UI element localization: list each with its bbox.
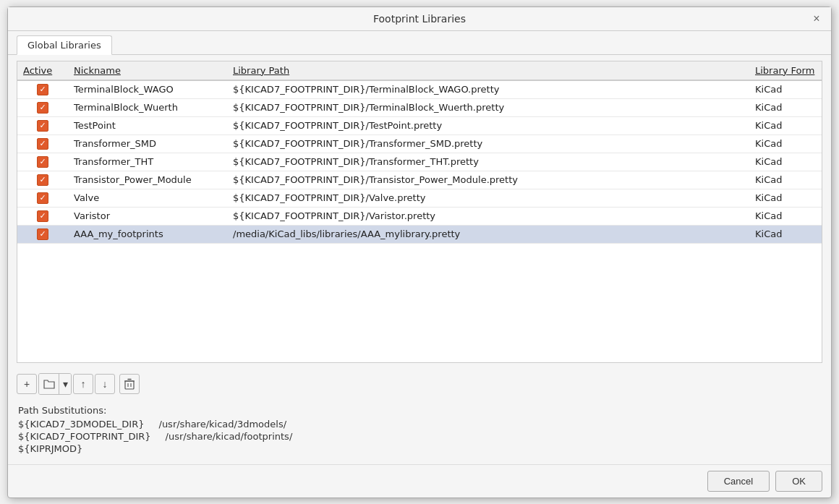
table-row[interactable]: TerminalBlock_WAGO${KICAD7_FOOTPRINT_DIR… bbox=[17, 80, 822, 99]
nickname-cell-7: Varistor bbox=[68, 207, 227, 225]
format-cell-4: KiCad bbox=[749, 153, 822, 171]
table-row[interactable]: Valve${KICAD7_FOOTPRINT_DIR}/Valve.prett… bbox=[17, 189, 822, 207]
checkbox-6[interactable] bbox=[37, 192, 48, 204]
table-row[interactable]: TerminalBlock_Wuerth${KICAD7_FOOTPRINT_D… bbox=[17, 98, 822, 116]
table-row[interactable]: Transformer_THT${KICAD7_FOOTPRINT_DIR}/T… bbox=[17, 153, 822, 171]
format-cell-2: KiCad bbox=[749, 116, 822, 134]
move-up-button[interactable]: ↑ bbox=[73, 374, 93, 394]
active-cell-5 bbox=[17, 171, 68, 189]
active-cell-1 bbox=[17, 98, 68, 116]
library-table-body: TerminalBlock_WAGO${KICAD7_FOOTPRINT_DIR… bbox=[17, 80, 822, 244]
checkbox-3[interactable] bbox=[37, 138, 48, 150]
table-row[interactable]: Transistor_Power_Module${KICAD7_FOOTPRIN… bbox=[17, 171, 822, 189]
format-cell-3: KiCad bbox=[749, 134, 822, 153]
path-var-0: ${KICAD7_3DMODEL_DIR} bbox=[18, 419, 145, 430]
nickname-cell-5: Transistor_Power_Module bbox=[68, 171, 227, 189]
format-cell-6: KiCad bbox=[749, 189, 822, 207]
path-cell-0: ${KICAD7_FOOTPRINT_DIR}/TerminalBlock_WA… bbox=[227, 80, 749, 99]
cancel-button[interactable]: Cancel bbox=[707, 471, 770, 492]
dialog-buttons: Cancel OK bbox=[8, 464, 831, 497]
nickname-cell-1: TerminalBlock_Wuerth bbox=[68, 98, 227, 116]
path-substitutions-title: Path Substitutions: bbox=[18, 405, 821, 416]
table-row[interactable]: Transformer_SMD${KICAD7_FOOTPRINT_DIR}/T… bbox=[17, 134, 822, 153]
table-row[interactable]: TestPoint${KICAD7_FOOTPRINT_DIR}/TestPoi… bbox=[17, 116, 822, 134]
col-header-format[interactable]: Library Form bbox=[749, 61, 822, 80]
col-header-nickname[interactable]: Nickname bbox=[68, 61, 227, 80]
path-var-1: ${KICAD7_FOOTPRINT_DIR} bbox=[18, 431, 151, 442]
tab-bar: Global Libraries bbox=[8, 31, 831, 55]
nickname-cell-2: TestPoint bbox=[68, 116, 227, 134]
path-val-0: /usr/share/kicad/3dmodels/ bbox=[159, 419, 287, 430]
svg-rect-0 bbox=[125, 381, 134, 389]
nickname-cell-8: AAA_my_footprints bbox=[68, 225, 227, 243]
nickname-cell-0: TerminalBlock_WAGO bbox=[68, 80, 227, 99]
path-substitutions-section: Path Substitutions: ${KICAD7_3DMODEL_DIR… bbox=[8, 399, 831, 464]
path-cell-1: ${KICAD7_FOOTPRINT_DIR}/TerminalBlock_Wu… bbox=[227, 98, 749, 116]
format-cell-1: KiCad bbox=[749, 98, 822, 116]
nickname-cell-4: Transformer_THT bbox=[68, 153, 227, 171]
toolbar: + ▾ ↑ ↓ bbox=[8, 369, 831, 399]
close-button[interactable]: × bbox=[809, 12, 824, 26]
table-row[interactable]: AAA_my_footprints/media/KiCad_libs/libra… bbox=[17, 225, 822, 243]
checkbox-0[interactable] bbox=[37, 84, 48, 95]
table-row[interactable]: Varistor${KICAD7_FOOTPRINT_DIR}/Varistor… bbox=[17, 207, 822, 225]
path-substitutions-list: ${KICAD7_3DMODEL_DIR}/usr/share/kicad/3d… bbox=[18, 419, 821, 454]
active-cell-3 bbox=[17, 134, 68, 153]
path-cell-2: ${KICAD7_FOOTPRINT_DIR}/TestPoint.pretty bbox=[227, 116, 749, 134]
table-header-row: Active Nickname Library Path Library For… bbox=[17, 61, 822, 80]
checkbox-1[interactable] bbox=[37, 102, 48, 114]
active-cell-0 bbox=[17, 80, 68, 99]
dialog-title: Footprint Libraries bbox=[373, 13, 466, 25]
format-cell-5: KiCad bbox=[749, 171, 822, 189]
path-cell-6: ${KICAD7_FOOTPRINT_DIR}/Valve.pretty bbox=[227, 189, 749, 207]
col-header-active[interactable]: Active bbox=[17, 61, 68, 80]
checkbox-2[interactable] bbox=[37, 120, 48, 132]
active-cell-2 bbox=[17, 116, 68, 134]
active-cell-6 bbox=[17, 189, 68, 207]
path-cell-4: ${KICAD7_FOOTPRINT_DIR}/Transformer_THT.… bbox=[227, 153, 749, 171]
format-cell-8: KiCad bbox=[749, 225, 822, 243]
path-cell-3: ${KICAD7_FOOTPRINT_DIR}/Transformer_SMD.… bbox=[227, 134, 749, 153]
library-table-container: Active Nickname Library Path Library For… bbox=[17, 61, 822, 363]
path-substitution-item-0: ${KICAD7_3DMODEL_DIR}/usr/share/kicad/3d… bbox=[18, 419, 821, 430]
nickname-cell-6: Valve bbox=[68, 189, 227, 207]
footprint-libraries-dialog: Footprint Libraries × Global Libraries A… bbox=[7, 7, 832, 498]
folder-dropdown-button[interactable]: ▾ bbox=[59, 374, 71, 394]
format-cell-0: KiCad bbox=[749, 80, 822, 99]
library-table: Active Nickname Library Path Library For… bbox=[17, 61, 822, 244]
nickname-cell-3: Transformer_SMD bbox=[68, 134, 227, 153]
path-substitution-item-2: ${KIPRJMOD} bbox=[18, 443, 821, 454]
checkbox-4[interactable] bbox=[37, 156, 48, 168]
active-cell-8 bbox=[17, 225, 68, 243]
active-cell-4 bbox=[17, 153, 68, 171]
col-header-path[interactable]: Library Path bbox=[227, 61, 749, 80]
path-cell-8: /media/KiCad_libs/libraries/AAA_mylibrar… bbox=[227, 225, 749, 243]
title-bar: Footprint Libraries × bbox=[8, 7, 831, 31]
path-substitution-item-1: ${KICAD7_FOOTPRINT_DIR}/usr/share/kicad/… bbox=[18, 431, 821, 442]
format-cell-7: KiCad bbox=[749, 207, 822, 225]
add-button[interactable]: + bbox=[17, 374, 37, 394]
checkbox-5[interactable] bbox=[37, 174, 48, 186]
folder-button[interactable] bbox=[39, 374, 59, 394]
path-cell-7: ${KICAD7_FOOTPRINT_DIR}/Varistor.pretty bbox=[227, 207, 749, 225]
active-cell-7 bbox=[17, 207, 68, 225]
path-cell-5: ${KICAD7_FOOTPRINT_DIR}/Transistor_Power… bbox=[227, 171, 749, 189]
move-down-button[interactable]: ↓ bbox=[95, 374, 115, 394]
folder-button-group: ▾ bbox=[38, 373, 72, 395]
checkbox-7[interactable] bbox=[37, 210, 48, 222]
path-var-2: ${KIPRJMOD} bbox=[18, 443, 134, 454]
path-val-1: /usr/share/kicad/footprints/ bbox=[166, 431, 293, 442]
delete-button[interactable] bbox=[119, 374, 140, 394]
checkbox-8[interactable] bbox=[37, 228, 48, 240]
ok-button[interactable]: OK bbox=[775, 471, 822, 492]
trash-icon bbox=[124, 378, 135, 390]
folder-icon bbox=[43, 379, 55, 389]
tab-global-libraries[interactable]: Global Libraries bbox=[17, 35, 112, 55]
